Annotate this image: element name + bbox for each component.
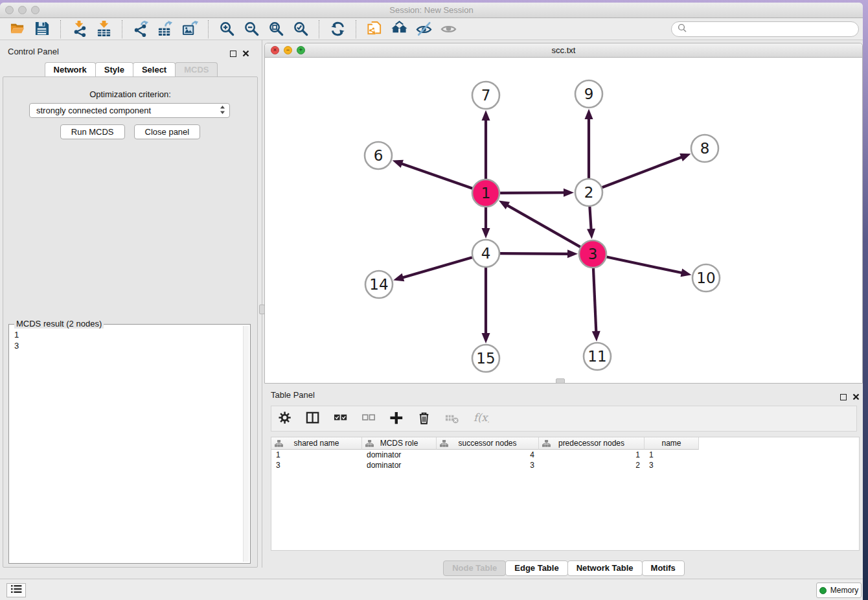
- edge-1-6[interactable]: [393, 160, 473, 189]
- attribute-hierarchy-icon: [542, 440, 551, 450]
- new-network-from-selection-icon[interactable]: [362, 19, 387, 39]
- node-11[interactable]: 11: [584, 343, 611, 370]
- node-1[interactable]: 1: [472, 179, 499, 207]
- float-panel-icon[interactable]: [230, 51, 236, 57]
- table-cell[interactable]: 1: [645, 450, 699, 459]
- table-settings-icon[interactable]: [277, 410, 295, 428]
- table-cell[interactable]: dominator: [362, 450, 437, 459]
- export-network-icon[interactable]: [128, 19, 153, 39]
- node-label: 8: [700, 140, 710, 157]
- result-line: 3: [14, 340, 19, 351]
- table-cell[interactable]: 2: [539, 461, 645, 470]
- node-7[interactable]: 7: [472, 82, 499, 109]
- show-all-icon[interactable]: [436, 19, 461, 39]
- search-input[interactable]: [691, 24, 852, 34]
- close-table-panel-icon[interactable]: [852, 391, 860, 403]
- table-cell[interactable]: 3: [271, 461, 362, 470]
- import-network-icon[interactable]: [67, 19, 91, 39]
- tab-edge-table[interactable]: Edge Table: [505, 560, 567, 576]
- tab-style[interactable]: Style: [95, 62, 133, 77]
- mcds-panel: Optimization criterion: strongly connect…: [3, 76, 258, 568]
- first-neighbors-icon[interactable]: [387, 19, 411, 39]
- table-cell[interactable]: 1: [271, 450, 362, 459]
- hide-selected-icon[interactable]: [411, 19, 436, 39]
- node-4[interactable]: 4: [472, 240, 499, 267]
- table-cell[interactable]: dominator: [362, 461, 437, 470]
- node-8[interactable]: 8: [691, 135, 718, 162]
- table-row[interactable]: 1dominator411: [271, 450, 859, 460]
- delete-column-icon[interactable]: [416, 410, 434, 428]
- node-3[interactable]: 3: [579, 240, 606, 268]
- tab-select[interactable]: Select: [133, 62, 176, 77]
- export-table-icon[interactable]: [153, 19, 177, 39]
- column-visibility-icon[interactable]: [304, 410, 323, 428]
- window-title: Session: New Session: [0, 5, 863, 15]
- table-cell[interactable]: 1: [539, 450, 645, 459]
- node-15[interactable]: 15: [472, 345, 499, 372]
- tab-network-table[interactable]: Network Table: [567, 560, 643, 576]
- network-canvas-svg[interactable]: 1234678910111415: [265, 58, 862, 383]
- toolbar-separator: [60, 20, 61, 38]
- close-panel-icon[interactable]: [242, 48, 249, 60]
- result-scrollbar[interactable]: [243, 326, 249, 562]
- network-window-titlebar[interactable]: × − + scc.txt: [265, 43, 862, 58]
- deselect-all-icon[interactable]: [360, 410, 378, 428]
- export-image-icon[interactable]: [177, 19, 202, 39]
- zoom-in-icon[interactable]: [214, 19, 239, 39]
- edge-1-7[interactable]: [482, 110, 490, 179]
- run-mcds-button[interactable]: Run MCDS: [60, 124, 125, 139]
- tab-mcds[interactable]: MCDS: [175, 62, 218, 77]
- edge-2-8[interactable]: [602, 154, 691, 187]
- column-header-shared-name[interactable]: shared name: [271, 437, 362, 450]
- edge-1-2[interactable]: [500, 189, 574, 197]
- table-cell[interactable]: 3: [437, 461, 539, 470]
- column-header-name[interactable]: name: [645, 437, 699, 450]
- float-table-panel-icon[interactable]: [840, 394, 847, 400]
- edge-2-9[interactable]: [585, 109, 593, 178]
- control-panel-tabs: NetworkStyleSelectMCDS: [0, 62, 262, 77]
- attribute-hierarchy-icon: [440, 440, 448, 450]
- edge-4-14[interactable]: [393, 257, 472, 281]
- edge-1-4[interactable]: [482, 207, 490, 238]
- table-body: 1dominator4113dominator323: [271, 450, 859, 470]
- open-session-icon[interactable]: [5, 19, 30, 39]
- zoom-out-icon[interactable]: [239, 19, 264, 39]
- column-header-successor-nodes[interactable]: successor nodes: [437, 437, 539, 450]
- column-header-predecessor-nodes[interactable]: predecessor nodes: [539, 437, 645, 450]
- criterion-dropdown[interactable]: strongly connected component: [29, 103, 230, 118]
- zoom-fit-icon[interactable]: [264, 19, 288, 39]
- table-cell[interactable]: 3: [645, 461, 699, 470]
- edge-3-11[interactable]: [592, 268, 600, 341]
- memory-label: Memory: [830, 586, 858, 595]
- task-history-button[interactable]: [6, 583, 26, 597]
- edge-3-10[interactable]: [607, 257, 692, 277]
- network-resize-handle[interactable]: [556, 378, 565, 384]
- edge-4-3[interactable]: [500, 249, 578, 258]
- zoom-selected-icon[interactable]: [288, 19, 313, 39]
- node-2[interactable]: 2: [575, 179, 602, 206]
- node-9[interactable]: 9: [575, 80, 602, 108]
- node-label: 14: [369, 276, 388, 293]
- save-session-icon[interactable]: [30, 19, 54, 39]
- table-panel-title: Table Panel: [271, 390, 315, 400]
- toolbar-separator: [208, 20, 209, 38]
- table-row[interactable]: 3dominator323: [271, 460, 859, 470]
- edge-3-1[interactable]: [499, 200, 580, 247]
- select-all-icon[interactable]: [332, 410, 350, 428]
- edge-4-15[interactable]: [482, 268, 490, 343]
- node-10[interactable]: 10: [692, 264, 720, 292]
- table-cell[interactable]: 4: [437, 450, 539, 459]
- edge-2-3[interactable]: [587, 207, 595, 239]
- import-table-icon[interactable]: [91, 19, 116, 39]
- tab-motifs[interactable]: Motifs: [642, 560, 685, 576]
- column-header-mcds-role[interactable]: MCDS role: [362, 437, 437, 450]
- add-column-icon[interactable]: [388, 410, 406, 428]
- refresh-icon[interactable]: [325, 19, 350, 39]
- node-14[interactable]: 14: [365, 271, 393, 298]
- search-box[interactable]: [671, 21, 859, 37]
- node-6[interactable]: 6: [365, 142, 392, 169]
- tab-node-table[interactable]: Node Table: [443, 560, 506, 576]
- tab-network[interactable]: Network: [45, 62, 96, 77]
- close-panel-button[interactable]: Close panel: [134, 124, 201, 139]
- memory-button[interactable]: Memory: [816, 583, 862, 598]
